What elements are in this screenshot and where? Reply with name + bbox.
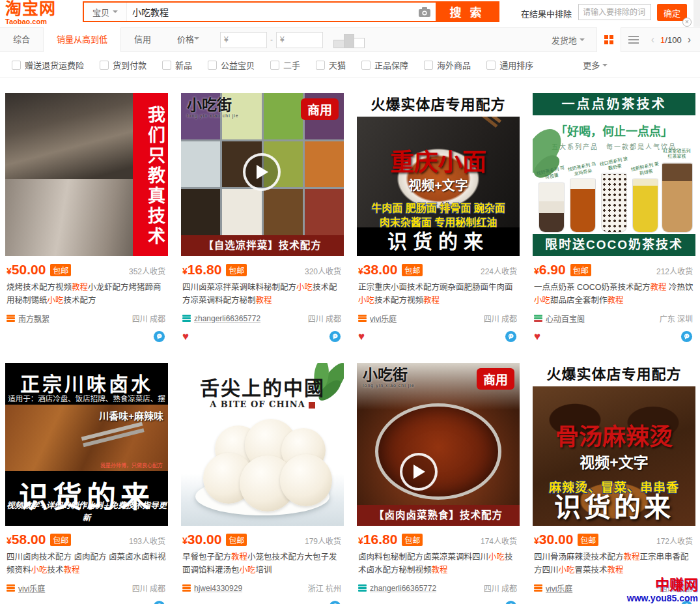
shop-icon[interactable] (7, 314, 15, 323)
search-category-dropdown[interactable]: 宝贝 (84, 3, 127, 21)
sort-tab-1[interactable]: 销量从高到低 (43, 27, 121, 52)
seller-name-link[interactable]: hjwei4330929 (194, 584, 242, 593)
ship-from-dropdown[interactable]: 发货地 (552, 34, 585, 46)
wangwang-chat-icon[interactable] (153, 600, 168, 604)
price-max-input[interactable] (287, 35, 319, 44)
product-title-link[interactable]: 正宗重庆小面技术配方豌杂面肥肠面牛肉面小吃技术配方视频教程 (358, 281, 520, 307)
search-input[interactable] (127, 3, 413, 21)
product-title-link[interactable]: 四川卤肉技术配方 卤肉配方 卤菜卤水卤料视频资料小吃技术教程 (7, 551, 168, 577)
seller-name-link[interactable]: zhangerli66365772 (194, 314, 260, 323)
price-max-field[interactable]: ¥ (276, 32, 323, 48)
filter-checkbox-8[interactable]: 通用排序 (486, 59, 533, 71)
prev-page-icon[interactable]: ‹ (651, 34, 654, 46)
seller-name-link[interactable]: vivi乐庭 (546, 582, 572, 594)
checkbox-icon[interactable] (100, 61, 109, 70)
shop-icon[interactable] (182, 314, 191, 323)
filter-checkbox-6[interactable]: 正品保障 (361, 59, 408, 71)
scrollbar-strip[interactable] (693, 0, 700, 27)
checkbox-icon[interactable] (162, 61, 171, 70)
seller-name-link[interactable]: 心动百宝阁 (546, 313, 585, 324)
checkbox-icon[interactable] (486, 61, 496, 70)
checkbox-icon[interactable] (361, 61, 371, 70)
shop-icon[interactable] (534, 584, 542, 592)
seller-name-link[interactable]: 南方飘絮 (18, 313, 49, 324)
sort-tab-2[interactable]: 信用 (121, 27, 164, 52)
list-view-button[interactable] (621, 27, 646, 52)
more-filters-link[interactable]: 更多 (583, 59, 608, 71)
wangwang-chat-icon[interactable] (505, 330, 520, 343)
video-play-icon[interactable] (400, 453, 438, 491)
product-title-link[interactable]: 四川卤菜凉拌菜调味料秘制配方小吃技术配方凉菜调料配方秘制教程 (182, 281, 344, 307)
product-card[interactable]: 小吃街long yin xiao chi jie 商用 【卤肉卤菜熟食】技术配方… (357, 363, 520, 604)
checkbox-icon[interactable] (12, 61, 21, 70)
product-image[interactable]: 小吃街long yin xiao chi jie 商用 【卤肉卤菜熟食】技术配方 (357, 363, 520, 526)
product-image[interactable]: 火爆实体店专用配方 重庆小面 视频+文字 牛肉面 肥肠面 排骨面 豌杂面 肉末杂… (357, 93, 520, 256)
seller-location: 四川 成都 (132, 313, 168, 324)
wangwang-chat-icon[interactable] (329, 330, 344, 343)
product-card[interactable]: 火爆实体店专用配方 骨汤麻辣烫 视频+文字 麻辣烫、冒菜、串串香 识货的来 ¥ … (533, 363, 695, 604)
filter-checkbox-3[interactable]: 公益宝贝 (208, 59, 255, 71)
product-image[interactable]: 火爆实体店专用配方 骨汤麻辣烫 视频+文字 麻辣烫、冒菜、串串香 识货的来 (533, 363, 695, 526)
product-image[interactable]: 我们只教真技术 (5, 93, 168, 256)
product-title-link[interactable]: 一点点奶茶 COCO奶茶技术配方教程 冷热饮小吃甜品店全套制作教程 (534, 281, 695, 307)
product-image[interactable]: 小吃街long yin xiao chi jie 商用 【自选凉拌菜】技术配方 (181, 93, 344, 256)
seller-name-link[interactable]: zhangerli66365772 (370, 584, 436, 593)
filter-checkbox-1[interactable]: 货到付款 (100, 59, 147, 71)
seller-location: 四川 成都 (484, 582, 520, 594)
seller-name-link[interactable]: vivi乐庭 (18, 582, 45, 594)
product-title-link[interactable]: 早餐包子配方教程小笼包技术配方大包子发面调馅料灌汤包小吃培训 (182, 551, 344, 577)
image-search-camera-button[interactable] (413, 3, 436, 21)
wangwang-chat-icon[interactable] (505, 600, 520, 604)
exclude-confirm-button[interactable]: 确定 (657, 4, 687, 21)
checkbox-icon[interactable] (316, 61, 325, 70)
close-icon[interactable]: × (682, 18, 692, 27)
filter-checkbox-7[interactable]: 海外商品 (424, 59, 471, 71)
price-min-field[interactable]: ¥ (220, 32, 267, 48)
filter-checkbox-4[interactable]: 二手 (270, 59, 300, 71)
current-page: 1 (660, 35, 665, 45)
price-range-histogram[interactable] (333, 31, 365, 48)
next-page-icon[interactable]: › (688, 34, 691, 46)
shop-icon[interactable] (358, 314, 367, 323)
cooking-pot (375, 403, 501, 500)
price-min-input[interactable] (231, 35, 263, 44)
wangwang-chat-icon[interactable] (329, 600, 344, 604)
search-button[interactable]: 搜 索 (436, 3, 498, 21)
product-card[interactable]: 我们只教真技术 ¥ 50.00 包邮 352人收货 烧烤技术配方视频教程小龙虾配… (5, 93, 168, 363)
grid-view-button[interactable] (596, 27, 621, 52)
product-card[interactable]: 一点点奶茶技术 「好喝，何止一点点」 五大系列产品 每一款都是人气饮品 找好茶系… (533, 93, 695, 363)
checkbox-icon[interactable] (270, 61, 279, 70)
product-title-link[interactable]: 四川骨汤麻辣烫技术配方教程正宗串串香配方四川小吃冒菜技术教程 (534, 551, 695, 577)
product-card[interactable]: 舌尖上的中國 A BITE OF CHINA ¥ 30.00 包邮 179人收货… (181, 363, 344, 604)
price-currency: ¥ (358, 536, 363, 546)
filter-checkbox-5[interactable]: 天猫 (316, 59, 346, 71)
seller-row: 南方飘絮 四川 成都 (7, 313, 168, 324)
product-image[interactable]: 正宗川味卤水 适用于：酒店冷盘、饭店招牌、熟食凉菜店、摆摊 川香味+麻辣味 我是… (5, 363, 168, 526)
seller-name-link[interactable]: vivi乐庭 (370, 313, 397, 324)
exclude-input[interactable] (578, 4, 651, 20)
filter-checkbox-0[interactable]: 赠送退货运费险 (12, 59, 84, 71)
product-title-link[interactable]: 卤肉料包秘制配方卤菜凉菜调料四川小吃技术卤水配方秘制视频教程 (358, 551, 520, 577)
shop-icon[interactable] (358, 584, 367, 592)
checkbox-icon[interactable] (208, 61, 217, 70)
price-currency: ¥ (534, 266, 539, 276)
shop-icon[interactable] (534, 314, 542, 323)
image-caption-banner: 【卤肉卤菜熟食】技术配方 (357, 505, 520, 526)
product-card[interactable]: 火爆实体店专用配方 重庆小面 视频+文字 牛肉面 肥肠面 排骨面 豌杂面 肉末杂… (357, 93, 520, 363)
sort-tab-3[interactable]: 价格 (164, 27, 212, 52)
taobao-logo[interactable]: 淘宝网 Taobao.com (5, 1, 56, 25)
checkbox-icon[interactable] (424, 61, 433, 70)
wangwang-chat-icon[interactable] (680, 330, 695, 343)
product-image[interactable]: 舌尖上的中國 A BITE OF CHINA (181, 363, 344, 526)
video-play-icon[interactable] (243, 153, 281, 191)
shop-icon[interactable] (7, 584, 15, 592)
pagination: ‹ 1/100 › (646, 34, 700, 46)
filter-checkbox-2[interactable]: 新品 (162, 59, 192, 71)
product-card[interactable]: 正宗川味卤水 适用于：酒店冷盘、饭店招牌、熟食凉菜店、摆摊 川香味+麻辣味 我是… (5, 363, 168, 604)
shop-icon[interactable] (182, 584, 191, 592)
wangwang-chat-icon[interactable] (153, 330, 168, 343)
product-title-link[interactable]: 烧烤技术配方视频教程小龙虾配方烤猪蹄商用秘制锡纸小吃技术配方 (7, 281, 168, 307)
sort-tab-0[interactable]: 综合 (0, 27, 43, 52)
product-image[interactable]: 一点点奶茶技术 「好喝，何止一点点」 五大系列产品 每一款都是人气饮品 找好茶系… (533, 93, 695, 256)
product-card[interactable]: 小吃街long yin xiao chi jie 商用 【自选凉拌菜】技术配方 … (181, 93, 344, 363)
